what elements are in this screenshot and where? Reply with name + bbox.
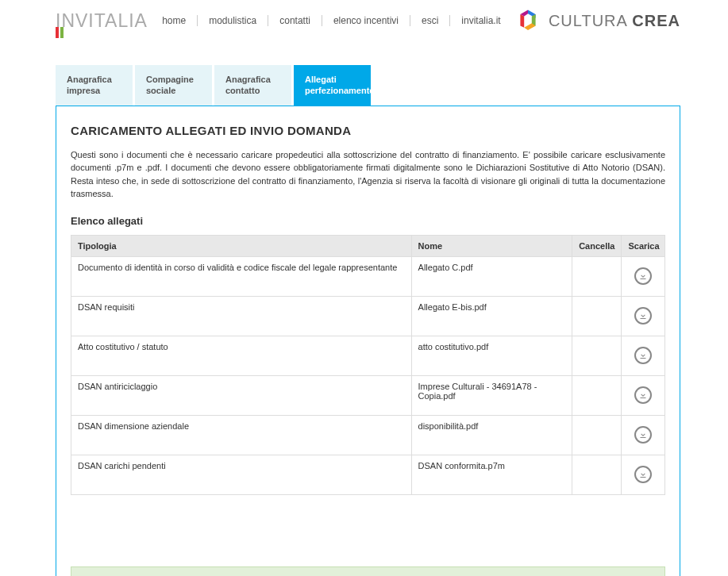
logo-cultura-crea: CULTURA CREA bbox=[515, 8, 680, 33]
nav-contatti[interactable]: contatti bbox=[268, 15, 322, 26]
cell-cancella bbox=[572, 296, 622, 336]
cell-nome: Allegato E-bis.pdf bbox=[411, 296, 572, 336]
cell-scarica bbox=[622, 256, 665, 296]
cell-cancella bbox=[572, 415, 622, 455]
nav-esci[interactable]: esci bbox=[410, 15, 450, 26]
download-icon bbox=[638, 470, 648, 479]
col-nome: Nome bbox=[411, 235, 572, 256]
cell-scarica bbox=[622, 296, 665, 336]
cell-nome: Imprese Culturali - 34691A78 - Copia.pdf bbox=[411, 375, 572, 415]
tab-allegati-perfezionamento[interactable]: Allegati perfezionamento bbox=[294, 65, 371, 106]
tab-bar: Anagrafica impresa Compagine sociale Ana… bbox=[56, 65, 728, 106]
table-header-row: Tipologia Nome Cancella Scarica bbox=[71, 235, 665, 256]
cultura-crea-text: CULTURA CREA bbox=[549, 12, 680, 30]
col-scarica: Scarica bbox=[622, 235, 665, 256]
cell-nome: atto costitutivo.pdf bbox=[411, 336, 572, 375]
table-row: Atto costitutivo / statutoatto costituti… bbox=[71, 336, 665, 375]
cell-nome: DSAN conformita.p7m bbox=[411, 455, 572, 494]
cell-nome: disponibilità.pdf bbox=[411, 415, 572, 455]
table-row: DSAN requisitiAllegato E-bis.pdf bbox=[71, 296, 665, 336]
nav-invitalia-it[interactable]: invitalia.it bbox=[450, 15, 511, 26]
cell-tipologia: Documento di identità in corso di validi… bbox=[71, 256, 412, 296]
top-nav: home modulistica contatti elenco incenti… bbox=[151, 15, 512, 26]
nav-home[interactable]: home bbox=[151, 15, 198, 26]
tab-anagrafica-impresa[interactable]: Anagrafica impresa bbox=[56, 65, 133, 106]
cell-scarica bbox=[622, 336, 665, 375]
download-button[interactable] bbox=[634, 267, 652, 285]
cell-cancella bbox=[572, 336, 622, 375]
page-title: CARICAMENTO ALLEGATI ED INVIO DOMANDA bbox=[71, 124, 665, 137]
download-button[interactable] bbox=[634, 426, 652, 444]
download-icon bbox=[638, 430, 648, 440]
download-button[interactable] bbox=[634, 466, 652, 483]
col-tipologia: Tipologia bbox=[71, 235, 412, 256]
cell-tipologia: DSAN requisiti bbox=[71, 296, 412, 336]
tab-anagrafica-contatto[interactable]: Anagrafica contatto bbox=[214, 65, 291, 106]
nav-elenco-incentivi[interactable]: elenco incentivi bbox=[322, 15, 410, 26]
list-heading: Elenco allegati bbox=[71, 215, 665, 227]
cell-cancella bbox=[572, 455, 622, 494]
header: INVITALIA home modulistica contatti elen… bbox=[0, 0, 728, 41]
table-row: Documento di identità in corso di validi… bbox=[71, 256, 665, 296]
table-row: DSAN dimensione aziendaledisponibilità.p… bbox=[71, 415, 665, 455]
download-icon bbox=[638, 390, 648, 400]
cell-tipologia: DSAN carichi pendenti bbox=[71, 455, 412, 494]
cell-cancella bbox=[572, 375, 622, 415]
cultura-crea-icon bbox=[515, 8, 541, 33]
cell-scarica bbox=[622, 375, 665, 415]
cell-tipologia: DSAN dimensione aziendale bbox=[71, 415, 412, 455]
status-message-box: Il flusso di perfezionamento, relativo a… bbox=[71, 566, 665, 576]
cell-tipologia: Atto costitutivo / statuto bbox=[71, 336, 412, 375]
download-icon bbox=[638, 271, 648, 281]
table-row: DSAN carichi pendentiDSAN conformita.p7m bbox=[71, 455, 665, 494]
download-icon bbox=[638, 351, 648, 360]
attachments-table: Tipologia Nome Cancella Scarica Document… bbox=[71, 235, 665, 495]
download-button[interactable] bbox=[634, 386, 652, 404]
cell-scarica bbox=[622, 455, 665, 494]
cell-nome: Allegato C.pdf bbox=[411, 256, 572, 296]
cell-scarica bbox=[622, 415, 665, 455]
logo-invitalia: INVITALIA bbox=[56, 10, 148, 32]
nav-modulistica[interactable]: modulistica bbox=[198, 15, 268, 26]
cell-tipologia: DSAN antiriciclaggio bbox=[71, 375, 412, 415]
download-icon bbox=[638, 311, 648, 321]
download-button[interactable] bbox=[634, 307, 652, 324]
table-row: DSAN antiriciclaggioImprese Culturali - … bbox=[71, 375, 665, 415]
tab-compagine-sociale[interactable]: Compagine sociale bbox=[135, 65, 212, 106]
content-panel: CARICAMENTO ALLEGATI ED INVIO DOMANDA Qu… bbox=[56, 106, 680, 576]
page-description: Questi sono i documenti che è necessario… bbox=[71, 148, 665, 201]
cell-cancella bbox=[572, 256, 622, 296]
download-button[interactable] bbox=[634, 347, 652, 364]
col-cancella: Cancella bbox=[572, 235, 622, 256]
